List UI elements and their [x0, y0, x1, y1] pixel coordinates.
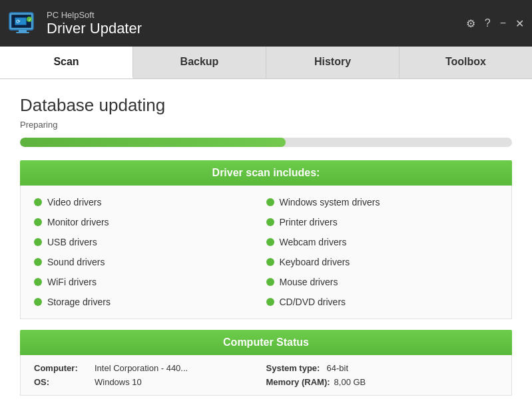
close-icon[interactable]: ✕: [515, 17, 524, 30]
help-icon[interactable]: ?: [485, 17, 491, 29]
driver-item: Windows system drivers: [266, 194, 499, 211]
app-title-main: Driver Updater: [47, 20, 142, 37]
status-grid: Computer: Intel Corporation - 440... Sys…: [20, 355, 512, 396]
status-value: Intel Corporation - 440...: [95, 363, 188, 373]
driver-label: Video drivers: [47, 197, 101, 207]
driver-item: Monitor drivers: [34, 213, 266, 231]
progress-bar-fill: [20, 138, 286, 147]
driver-label: Storage drivers: [47, 297, 111, 307]
drivers-grid: Video drivers Windows system drivers Mon…: [20, 186, 512, 319]
progress-bar-container: [20, 138, 512, 147]
scan-section-header: Driver scan includes:: [20, 160, 512, 186]
driver-label: CD/DVD drivers: [280, 297, 346, 307]
driver-item: Printer drivers: [266, 213, 499, 231]
status-item-computer: Computer: Intel Corporation - 440...: [34, 363, 266, 373]
minimize-icon[interactable]: −: [500, 17, 506, 29]
driver-dot-icon: [266, 278, 274, 286]
status-label: Memory (RAM):: [266, 377, 330, 387]
driver-dot-icon: [34, 198, 42, 206]
status-item-system-type: System type: 64-bit: [266, 363, 499, 373]
status-item-memory: Memory (RAM): 8,00 GB: [266, 377, 499, 387]
driver-item: USB drivers: [34, 233, 266, 251]
driver-item: Mouse drivers: [266, 273, 499, 291]
svg-rect-4: [16, 32, 29, 33]
driver-dot-icon: [34, 258, 42, 266]
tab-bar: Scan Backup History Toolbox: [0, 47, 532, 79]
tab-backup[interactable]: Backup: [133, 47, 266, 78]
driver-label: WiFi drivers: [47, 277, 97, 287]
title-bar: ⟳ ✓ PC HelpSoft Driver Updater ⚙ ? − ✕: [0, 0, 532, 47]
status-label: Computer:: [34, 363, 91, 373]
driver-dot-icon: [266, 218, 274, 226]
driver-item: CD/DVD drivers: [266, 293, 499, 311]
settings-icon[interactable]: ⚙: [466, 17, 475, 30]
driver-dot-icon: [266, 198, 274, 206]
svg-text:✓: ✓: [28, 17, 32, 22]
driver-item: Sound drivers: [34, 253, 266, 271]
driver-dot-icon: [34, 218, 42, 226]
app-title: PC HelpSoft Driver Updater: [47, 10, 142, 37]
status-section-header: Computer Status: [20, 330, 512, 355]
driver-dot-icon: [266, 298, 274, 306]
driver-label: USB drivers: [47, 237, 97, 247]
driver-dot-icon: [34, 238, 42, 246]
app-branding: ⟳ ✓ PC HelpSoft Driver Updater: [7, 7, 142, 39]
driver-label: Monitor drivers: [47, 217, 109, 227]
tab-toolbox[interactable]: Toolbox: [399, 47, 532, 78]
page-title: Database updating: [20, 95, 512, 116]
driver-label: Printer drivers: [280, 217, 338, 227]
driver-dot-icon: [266, 258, 274, 266]
status-item-os: OS: Windows 10: [34, 377, 266, 387]
driver-item: Webcam drivers: [266, 233, 499, 251]
driver-dot-icon: [266, 238, 274, 246]
driver-item: Video drivers: [34, 194, 266, 211]
status-value: 64-bit: [327, 363, 349, 373]
window-controls: ⚙ ? − ✕: [466, 17, 524, 30]
driver-label: Keyboard drivers: [280, 257, 350, 267]
status-value: Windows 10: [95, 377, 142, 387]
driver-item: Storage drivers: [34, 293, 266, 311]
driver-label: Webcam drivers: [280, 237, 347, 247]
app-icon: ⟳ ✓: [7, 7, 39, 39]
status-value: 8,00 GB: [334, 377, 366, 387]
driver-label: Windows system drivers: [280, 197, 380, 207]
driver-label: Mouse drivers: [280, 277, 338, 287]
scan-includes-section: Driver scan includes: Video drivers Wind…: [20, 160, 512, 319]
tab-scan[interactable]: Scan: [0, 47, 133, 78]
driver-label: Sound drivers: [47, 257, 105, 267]
main-content: Database updating Preparing Driver scan …: [0, 79, 532, 403]
app-title-top: PC HelpSoft: [47, 10, 142, 20]
status-label: System type:: [266, 363, 323, 373]
driver-dot-icon: [34, 278, 42, 286]
status-label: OS:: [34, 377, 91, 387]
svg-text:⟳: ⟳: [16, 19, 21, 25]
driver-item: WiFi drivers: [34, 273, 266, 291]
driver-item: Keyboard drivers: [266, 253, 499, 271]
page-subtitle: Preparing: [20, 120, 512, 130]
computer-status-section: Computer Status Computer: Intel Corporat…: [20, 330, 512, 396]
tab-history[interactable]: History: [266, 47, 399, 78]
driver-dot-icon: [34, 298, 42, 306]
